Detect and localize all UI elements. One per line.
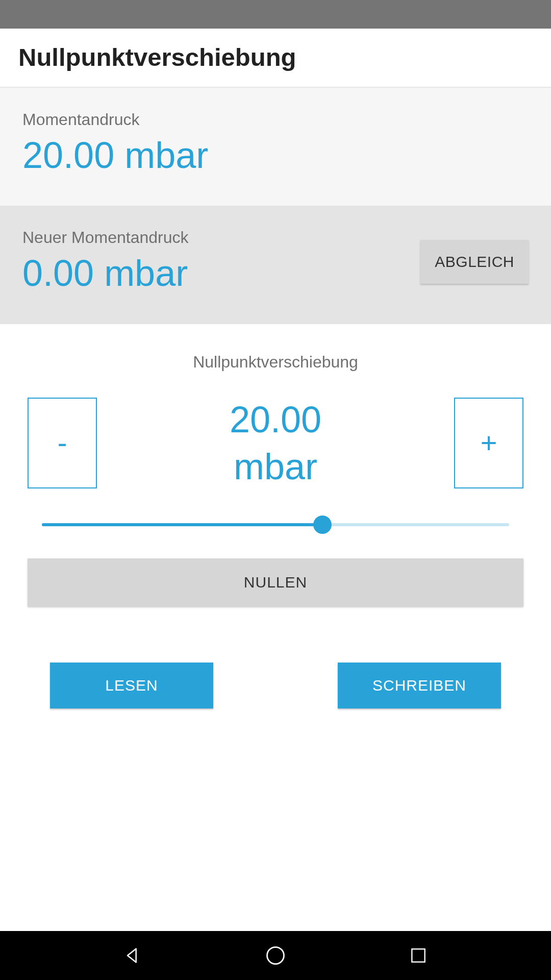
- increment-button[interactable]: +: [454, 398, 523, 488]
- back-icon[interactable]: [120, 943, 145, 968]
- slider-fill: [42, 523, 322, 526]
- current-pressure-label: Momentandruck: [22, 110, 529, 129]
- decrement-button[interactable]: -: [28, 398, 97, 488]
- current-pressure-value: 20.00 mbar: [22, 133, 529, 177]
- abgleich-button[interactable]: ABGLEICH: [420, 240, 529, 284]
- write-button[interactable]: SCHREIBEN: [338, 663, 501, 708]
- current-pressure-section: Momentandruck 20.00 mbar: [0, 88, 551, 206]
- bottom-actions: LESEN SCHREIBEN: [28, 663, 523, 708]
- offset-value-number: 20.00: [106, 396, 445, 443]
- offset-title: Nullpunktverschiebung: [193, 353, 358, 371]
- home-icon[interactable]: [263, 943, 288, 968]
- offset-stepper: - 20.00 mbar +: [28, 396, 523, 490]
- svg-point-0: [267, 947, 284, 964]
- header: Nullpunktverschiebung: [0, 29, 551, 88]
- nullen-button[interactable]: NULLEN: [28, 558, 523, 606]
- new-pressure-value: 0.00 mbar: [22, 251, 188, 295]
- offset-slider[interactable]: [42, 514, 509, 535]
- offset-section: Nullpunktverschiebung - 20.00 mbar + NUL…: [0, 324, 551, 708]
- offset-value-unit: mbar: [106, 443, 445, 490]
- status-bar: [0, 0, 551, 29]
- recent-icon[interactable]: [406, 943, 431, 968]
- offset-value-box: 20.00 mbar: [97, 396, 454, 490]
- svg-rect-1: [412, 949, 424, 962]
- new-pressure-section: Neuer Momentandruck 0.00 mbar ABGLEICH: [0, 206, 551, 324]
- page-title: Nullpunktverschiebung: [18, 43, 533, 71]
- new-pressure-label: Neuer Momentandruck: [22, 228, 188, 247]
- new-pressure-readout: Neuer Momentandruck 0.00 mbar: [22, 228, 188, 295]
- slider-thumb[interactable]: [313, 516, 332, 534]
- read-button[interactable]: LESEN: [50, 663, 213, 708]
- navigation-bar: [0, 931, 551, 980]
